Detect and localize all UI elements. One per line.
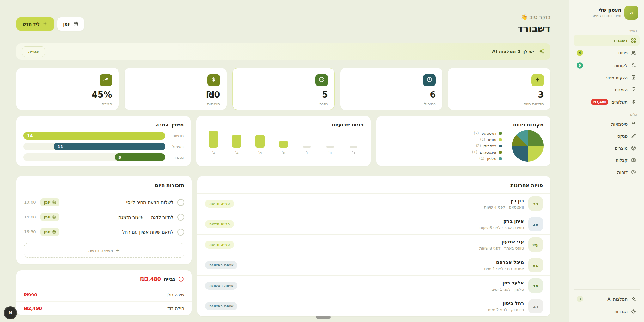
weekly-day-label: ו' xyxy=(306,150,308,155)
calendar-icon xyxy=(52,215,56,219)
sidebar-badge: ₪3,480 xyxy=(591,99,608,105)
plus-icon xyxy=(42,21,48,27)
sparkles-icon xyxy=(631,296,636,302)
calendar-chip[interactable]: יומן xyxy=(40,198,59,206)
receipt-icon xyxy=(631,157,636,163)
legend-count: (2) xyxy=(480,137,485,142)
legend-item: טופס(2) xyxy=(472,137,502,142)
status-badge: פנייה חדשה xyxy=(205,220,234,228)
inquiry-row[interactable]: מאמיכל אברהםאינסטגרם · לפני 1 ימיםשיחה ר… xyxy=(197,255,550,275)
task-checkbox[interactable] xyxy=(177,229,184,236)
stat-label: נסגרו xyxy=(239,102,328,106)
ai-banner-view-button[interactable]: צפייה xyxy=(22,46,45,57)
business-header[interactable]: ה העסק שלי REN Control · Pro xyxy=(574,5,640,24)
legend-label: טופס xyxy=(488,137,496,142)
legend-count: (2) xyxy=(476,144,481,148)
inquiry-name: אלעד כהן xyxy=(491,280,524,286)
sidebar-item-reports[interactable]: דוחות xyxy=(574,166,640,178)
sidebar-item-payments[interactable]: תשלומים₪3,480 xyxy=(574,96,640,108)
stat-card-closed[interactable]: 5נסגרו xyxy=(232,68,335,110)
collection-row[interactable]: שירה גולן₪990 xyxy=(16,288,192,301)
stat-card-new-today[interactable]: 3חדשות היום xyxy=(448,68,550,110)
collection-list: שירה גולן₪990הילה דוד₪2,490 xyxy=(16,288,192,315)
trend-icon xyxy=(103,76,109,84)
sidebar-item-ai-recommendations[interactable]: המלצות AI3 xyxy=(574,293,640,305)
calendar-button[interactable]: יומן xyxy=(57,17,84,31)
calendar-icon xyxy=(73,21,78,27)
report-icon xyxy=(631,169,636,175)
inquiry-name: מיכל אברהם xyxy=(484,259,524,265)
sidebar-badge: 3 xyxy=(577,296,583,302)
sidebar-item-products[interactable]: מוצרים xyxy=(574,142,640,154)
legend-item: וואטסאפ(2) xyxy=(472,131,502,136)
legend-count: (1) xyxy=(472,150,477,154)
inquiry-meta: טלפון · לפני 1 ימים xyxy=(491,287,524,292)
grid-icon xyxy=(631,38,636,43)
sidebar-item-customers[interactable]: לקוחות5 xyxy=(574,59,640,71)
funnel-row: נסגרו5 xyxy=(23,153,184,161)
sources-card: מקורות פניות וואטסאפ(2)טופס(2)פייסבוק(2)… xyxy=(376,116,550,166)
status-badge: פנייה חדשה xyxy=(205,241,234,249)
n-logo-button[interactable]: N xyxy=(4,306,17,319)
task-time: 10:00 xyxy=(24,200,37,205)
clipboard-icon xyxy=(631,87,636,92)
sidebar-item-settings[interactable]: הגדרות xyxy=(574,306,640,317)
calendar-chip-label: יומן xyxy=(44,215,50,219)
bottom-row: פניות אחרונות רכרון כץוואטסאפ · לפני 4 ש… xyxy=(16,176,550,316)
sidebar-item-passwords[interactable]: סיסמאות xyxy=(574,118,640,130)
stat-value: 6 xyxy=(347,90,436,99)
funnel-value: 5 xyxy=(118,155,121,160)
legend-label: אינסטגרם xyxy=(480,150,496,155)
dollar-icon xyxy=(210,76,217,84)
business-avatar: ה xyxy=(624,6,638,20)
mid-row: מקורות פניות וואטסאפ(2)טופס(2)פייסבוק(2)… xyxy=(16,116,550,166)
sidebar-footer: המלצות AI3הגדרות xyxy=(574,289,640,318)
sidebar-section-label: ראשי xyxy=(576,29,637,33)
status-badge: פנייה חדשה xyxy=(205,200,234,208)
stat-card-revenue[interactable]: ₪0הכנסות xyxy=(125,68,227,110)
calendar-chip[interactable]: יומן xyxy=(40,213,59,221)
inquiry-meta: טופס באתר · לפני 6 שעות xyxy=(479,225,524,230)
stat-card-in-progress[interactable]: 6בטיפול xyxy=(340,68,443,110)
stat-card-conversion[interactable]: 45%המרה xyxy=(16,68,119,110)
funnel-track: 5 xyxy=(23,153,165,161)
sidebar-item-orders[interactable]: הזמנות xyxy=(574,84,640,95)
sidebar-item-quotes[interactable]: הצעות מחיר xyxy=(574,72,640,83)
inquiry-row[interactable]: רברחל ביטוןפייסבוק · לפני 2 ימיםשיחה ראש… xyxy=(197,296,550,316)
sidebar-item-notepad[interactable]: פנקס xyxy=(574,130,640,142)
sidebar-item-receipts[interactable]: קבלות xyxy=(574,154,640,166)
side-column: תזכורות היום לשלוח הצעת מחיר ליוסייומן10… xyxy=(16,176,192,315)
legend-count: (2) xyxy=(474,131,479,135)
collection-row[interactable]: הילה דוד₪2,490 xyxy=(16,301,192,315)
new-lead-button[interactable]: ליד חדש xyxy=(16,17,54,31)
sidebar-item-inquiries[interactable]: פניות4 xyxy=(574,47,640,59)
funnel-chart: חדשות14בטיפול11נסגרו5 xyxy=(23,132,184,161)
collection-title: גבייה xyxy=(164,276,175,282)
add-task-button[interactable]: + משימה חדשה xyxy=(24,243,184,258)
weekly-bar xyxy=(232,135,241,148)
weekly-bar xyxy=(326,146,334,148)
main-content: בוקר טוב 👋 דשבורד יומן ליד חדש יש לך 3 ה… xyxy=(0,0,569,322)
people-icon xyxy=(631,50,636,56)
inquiry-row[interactable]: אכאלעד כהןטלפון · לפני 1 ימיםשיחה ראשונה xyxy=(197,275,550,296)
inquiry-row[interactable]: רכרון כץוואטסאפ · לפני 4 שעותפנייה חדשה xyxy=(197,193,550,214)
weekly-column: ג' xyxy=(206,131,221,155)
funnel-row: חדשות14 xyxy=(23,132,184,140)
task-checkbox[interactable] xyxy=(177,199,184,206)
inquiry-row[interactable]: עשעדי שמעוןטופס באתר · לפני 8 שעותפנייה … xyxy=(197,234,550,255)
collection-total: ₪3,480 xyxy=(140,276,161,282)
box-icon xyxy=(631,145,636,151)
task-checkbox[interactable] xyxy=(177,214,184,221)
recent-inquiries-title: פניות אחרונות xyxy=(205,182,543,188)
task-text: לתאם שיחת אפיון עם רחל xyxy=(63,230,173,235)
sidebar-item-dashboard[interactable]: דשבורד xyxy=(574,35,640,46)
weekly-bar xyxy=(255,135,265,148)
lock-icon xyxy=(631,121,636,127)
scrollbar-thumb[interactable] xyxy=(316,316,331,319)
weekly-column: א' xyxy=(252,131,268,155)
weekly-bar xyxy=(209,131,218,148)
inquiry-name: עדי שמעון xyxy=(479,239,524,245)
inquiry-row[interactable]: אבאיתן ברקטופס באתר · לפני 6 שעותפנייה ח… xyxy=(197,214,550,234)
alert-circle-icon xyxy=(178,276,184,282)
calendar-chip[interactable]: יומן xyxy=(40,228,59,236)
